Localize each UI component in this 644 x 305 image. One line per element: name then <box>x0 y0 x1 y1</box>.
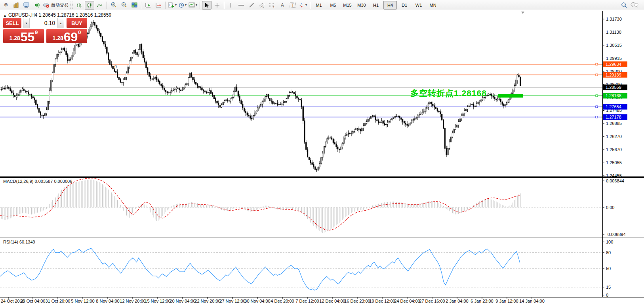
sell-button[interactable]: SELL <box>3 18 21 28</box>
svg-text:E: E <box>263 6 264 8</box>
sell-price-display[interactable]: 1.28 55 9 <box>3 29 44 43</box>
zoom-out-icon[interactable] <box>119 1 129 10</box>
svg-text:15 Nov 12:00: 15 Nov 12:00 <box>145 299 170 303</box>
buy-price-display[interactable]: 1.28 69 0 <box>46 29 87 43</box>
svg-text:16 Dec 23:00: 16 Dec 23:00 <box>344 299 370 303</box>
timeframe-W1[interactable]: W1 <box>412 1 425 10</box>
toolbar-grip <box>70 2 73 9</box>
ohlc-text: GBPUSD-,H4 1.28645 1.28716 1.28516 1.285… <box>8 12 111 18</box>
buy-button[interactable]: BUY <box>67 18 87 28</box>
new-order-button[interactable]: 单 <box>1 1 11 10</box>
text-tool-icon[interactable]: A <box>278 1 287 10</box>
buy-price-big: 69 <box>64 31 78 43</box>
chart-object-marker: 0 <box>114 65 117 69</box>
timeframe-M1[interactable]: M1 <box>312 1 326 10</box>
timeframe-M30[interactable]: M30 <box>355 1 368 10</box>
cursor-tool-icon[interactable] <box>202 1 211 10</box>
dropdown-arrow-icon: ▾ <box>175 3 177 7</box>
svg-text:8 Nov 04:00: 8 Nov 04:00 <box>96 299 119 303</box>
macd-indicator-label: MACD(12,26,9) 0.003587 0.003006 <box>3 179 72 184</box>
svg-text:20 Nov 04:00: 20 Nov 04:00 <box>170 299 195 303</box>
line-chart-type-icon[interactable] <box>95 1 105 10</box>
dropdown-arrow-icon: ▾ <box>305 3 307 7</box>
sell-price-big: 55 <box>21 31 35 43</box>
arrows-tool-icon[interactable]: ▾ <box>298 1 308 10</box>
timeframe-MN[interactable]: MN <box>426 1 440 10</box>
svg-text:1.25670: 1.25670 <box>606 147 622 152</box>
svg-text:F: F <box>273 6 275 8</box>
chart-canvas[interactable]: 1.317301.311301.305151.299151.293001.287… <box>0 0 644 305</box>
svg-text:7 Dec 12:00: 7 Dec 12:00 <box>295 299 319 303</box>
candlestick-chart-type-icon[interactable] <box>85 1 94 10</box>
svg-text:-0.006894: -0.006894 <box>606 232 626 237</box>
zoom-in-icon[interactable] <box>109 1 118 10</box>
volume-increase-button[interactable]: ▲ <box>57 18 64 28</box>
period-clock-button[interactable]: ▾ <box>178 1 187 10</box>
market-watch-icon[interactable] <box>11 1 21 10</box>
one-click-trading-panel: SELL ▼ 0.10 ▲ BUY 1.28 55 9 1.28 69 0 <box>3 18 87 43</box>
timeframe-H1[interactable]: H1 <box>369 1 383 10</box>
chart-shift-marker[interactable] <box>521 12 524 14</box>
svg-text:27 Nov 12:00: 27 Nov 12:00 <box>219 299 245 303</box>
svg-text:5 Nov 12:00: 5 Nov 12:00 <box>71 299 94 303</box>
svg-text:1.26885: 1.26885 <box>606 121 622 126</box>
fibonacci-tool-icon[interactable]: F <box>267 1 277 10</box>
svg-text:1.27178: 1.27178 <box>606 115 621 119</box>
svg-text:2 Jan 04:00: 2 Jan 04:00 <box>446 299 469 303</box>
price-tag-1.27178: 1.27178 <box>603 114 627 120</box>
text-label-tool-icon[interactable]: T <box>288 1 297 10</box>
timeframe-D1[interactable]: D1 <box>398 1 411 10</box>
macd-panel[interactable]: 0.0068440.00-0.006894 <box>0 178 626 237</box>
volume-decrease-button[interactable]: ▼ <box>23 18 30 28</box>
channel-tool-icon[interactable]: E <box>257 1 267 10</box>
dropdown-arrow-icon: ▾ <box>196 3 197 7</box>
svg-text:1.31130: 1.31130 <box>606 30 621 35</box>
chart-ohlc-title: ▲GBPUSD-,H4 1.28645 1.28716 1.28516 1.28… <box>3 12 111 18</box>
search-icon[interactable] <box>619 1 629 10</box>
timeframe-M5[interactable]: M5 <box>326 1 340 10</box>
collapse-panel-icon[interactable]: ▲ <box>3 13 7 17</box>
svg-text:1.29634: 1.29634 <box>606 62 621 67</box>
buy-price-small: 1.28 <box>52 35 63 41</box>
svg-text:12 Dec 04:00: 12 Dec 04:00 <box>319 299 345 303</box>
svg-text:0: 0 <box>606 293 608 297</box>
terminal-icon[interactable] <box>22 1 31 10</box>
pivot-highlight-bar[interactable] <box>498 94 523 98</box>
svg-text:15: 15 <box>606 285 611 290</box>
pivot-annotation-text: 多空转折点1.28168 <box>410 88 487 99</box>
trendline-tool-icon[interactable] <box>247 1 256 10</box>
svg-text:12 Nov 20:00: 12 Nov 20:00 <box>120 299 145 303</box>
svg-text:29 Oct 04:00: 29 Oct 04:00 <box>21 299 46 303</box>
svg-text:31 Oct 20:00: 31 Oct 20:00 <box>46 299 70 303</box>
volume-spinner: ▼ 0.10 ▲ <box>23 18 64 28</box>
timeframe-M15[interactable]: M15 <box>341 1 354 10</box>
svg-text:1.29915: 1.29915 <box>606 56 622 61</box>
vertical-line-tool-icon[interactable] <box>226 1 236 10</box>
svg-text:14 Jan 04:00: 14 Jan 04:00 <box>519 299 545 303</box>
level-lines <box>0 63 602 118</box>
chat-icon[interactable] <box>630 1 639 10</box>
crosshair-tool-icon[interactable] <box>212 1 222 10</box>
horizontal-line-tool-icon[interactable] <box>236 1 246 10</box>
toolbar-separator <box>200 2 200 9</box>
svg-text:9 Jan 12:00: 9 Jan 12:00 <box>495 299 518 303</box>
timeframe-H4[interactable]: H4 <box>383 1 397 10</box>
auto-scroll-icon[interactable] <box>143 1 153 10</box>
svg-text:1.27654: 1.27654 <box>606 104 621 109</box>
chart-shift-icon[interactable] <box>154 1 163 10</box>
price-tag-1.28168: 1.28168 <box>603 93 627 98</box>
templates-button[interactable]: ▾ <box>188 1 198 10</box>
rsi-panel[interactable]: 1008050150 <box>0 240 613 297</box>
bar-chart-type-icon[interactable] <box>74 1 84 10</box>
rsi-line <box>0 248 520 290</box>
tile-windows-icon[interactable] <box>130 1 139 10</box>
autotrading-button[interactable]: 自动交易 <box>42 1 69 10</box>
time-axis[interactable]: 24 Oct 201829 Oct 04:0031 Oct 20:005 Nov… <box>1 297 545 303</box>
new-chart-button[interactable]: ▾ <box>168 1 177 10</box>
svg-text:1.28559: 1.28559 <box>606 85 621 90</box>
toolbar-separator <box>310 2 310 9</box>
price-tag-1.29139: 1.29139 <box>603 72 627 78</box>
svg-text:T: T <box>292 3 294 8</box>
signal-icon[interactable] <box>32 1 42 10</box>
volume-input[interactable]: 0.10 <box>30 18 57 28</box>
